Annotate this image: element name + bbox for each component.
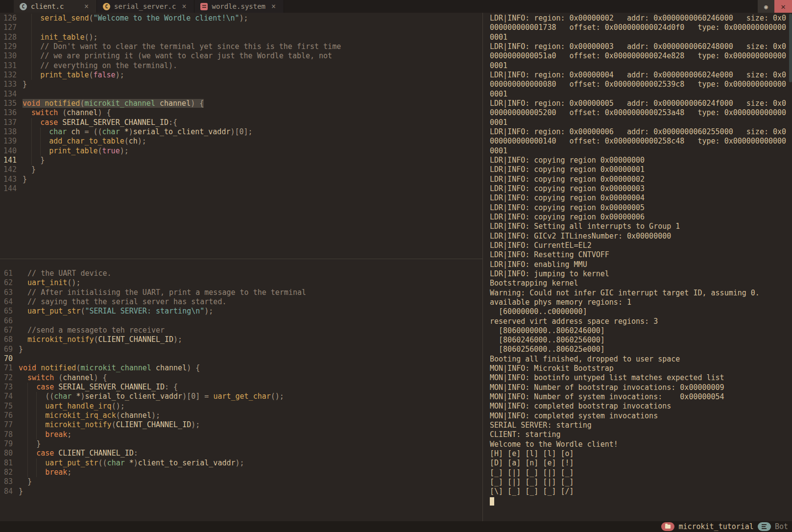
terminal-line: MON|INFO: Number of system invocations: … [490,392,792,402]
tab-close-icon[interactable]: × [82,2,91,11]
code-line[interactable]: 131 // everything on the terminal). [0,61,482,71]
terminal-cursor [490,497,494,506]
code-line[interactable]: 137 case SERIAL_SERVER_CHANNEL_ID:{ [0,118,482,127]
terminal-line: 0001 [490,146,792,156]
line-number: 68 [0,335,13,344]
terminal-line: 000000000001738 offset: 0x000000000024d0… [490,23,792,32]
tab-serial_server.c[interactable]: Cserial_server.c× [97,0,194,13]
line-number: 64 [0,297,13,307]
code-line[interactable]: 71void notified(microkit_channel channel… [0,363,482,373]
line-number: 80 [0,449,13,458]
code-line[interactable]: 65 uart_put_str("SERIAL SERVER: starting… [0,307,482,316]
line-number: 81 [0,459,13,468]
tab-client.c[interactable]: Cclient.c× [14,0,97,13]
code-line[interactable]: 80 case CLIENT_CHANNEL_ID: [0,449,482,458]
code-line[interactable]: 144 [0,184,482,193]
code-line[interactable]: 128 init_table(); [0,33,482,42]
terminal-line: [\] [_] [_] [_] [/] [490,487,792,496]
line-number: 136 [0,108,17,118]
terminal-line: LDR|INFO: copying region 0x00000003 [490,184,792,193]
line-number: 143 [0,175,17,184]
code-line[interactable]: 64 // saying that the serial server has … [0,297,482,307]
menu-lines-icon [762,524,767,529]
tab-label: serial_server.c [114,2,176,10]
code-line[interactable]: 66 [0,316,482,326]
terminal-line: LDR|INFO: region: 0x00000006 addr: 0x000… [490,127,792,137]
code-line[interactable]: 138 char ch = ((char *)serial_to_client_… [0,127,482,137]
tab-close-icon[interactable]: × [180,2,188,11]
code-line[interactable]: 69} [0,345,482,354]
line-number: 142 [0,165,17,174]
code-line[interactable]: 143} [0,175,482,184]
terminal-line: 0001 [490,61,792,71]
code-line[interactable]: 141 } [0,156,482,165]
terminal-scrollbar[interactable] [789,14,792,82]
line-number: 131 [0,61,17,71]
terminal-line: SERIAL SERVER: starting [490,421,792,430]
terminal-line: LDR|INFO: region: 0x00000004 addr: 0x000… [490,71,792,80]
code-line[interactable]: 84} [0,487,482,496]
terminal-line: Welcome to the Wordle client! [490,440,792,449]
code-line[interactable]: 134 [0,90,482,99]
code-line[interactable]: 127 [0,23,482,32]
code-line[interactable]: 74 ((char *)serial_to_client_vaddr)[0] =… [0,392,482,401]
folder-icon [665,525,671,529]
code-line[interactable]: 70 [0,354,482,363]
line-number: 129 [0,42,17,51]
line-number: 141 [0,156,17,165]
code-line[interactable]: 67 //send a messageto teh receiver [0,326,482,335]
tab-bar: Cclient.c×Cserial_server.c×wordle.system… [0,0,792,13]
close-window-button[interactable]: ✕ [774,0,792,13]
code-line[interactable]: 82 break; [0,468,482,477]
code-line[interactable]: 68 microkit_notify(CLIENT_CHANNEL_ID); [0,335,482,344]
code-line[interactable]: 78 break; [0,430,482,439]
terminal-line: [_] [|] [_] [|] [_] [490,478,792,487]
terminal-line: MON|INFO: Number of bootstrap invocation… [490,383,792,392]
line-number: 133 [0,80,17,89]
line-number: 77 [0,420,13,430]
line-number: 70 [0,354,13,363]
c-file-icon: C [20,3,27,10]
code-line[interactable]: 77 microkit_notify(CLIENT_CHANNEL_ID); [0,420,482,430]
code-line[interactable]: 126 serial_send("Welcome to the Wordle c… [0,14,482,23]
line-number: 71 [0,363,13,373]
line-number: 126 [0,14,17,23]
code-line[interactable]: 79 } [0,439,482,449]
terminal-pane[interactable]: LDR|INFO: region: 0x00000002 addr: 0x000… [483,13,792,521]
code-line[interactable]: 63 // After initialising the UART, print… [0,288,482,297]
terminal-line: [H] [e] [l] [l] [o] [490,449,792,459]
line-number: 74 [0,392,13,401]
code-line[interactable]: 136 switch (channel) { [0,108,482,118]
code-line[interactable]: 76 microkit_irq_ack(channel); [0,411,482,420]
code-line[interactable]: 61 // the UART device. [0,269,482,278]
code-line[interactable]: 139 add_char_to_table(ch); [0,137,482,146]
line-number: 137 [0,118,17,127]
code-line[interactable]: 83 } [0,477,482,486]
code-line[interactable]: 81 uart_put_str((char *)client_to_serial… [0,459,482,468]
code-line[interactable]: 73 case SERIAL_SERVER_CHANNEL_ID: { [0,383,482,392]
line-number: 130 [0,51,17,61]
code-line[interactable]: 133} [0,80,482,89]
line-number: 75 [0,402,13,411]
terminal-line: LDR|INFO: copying region 0x00000004 [490,193,792,203]
code-line[interactable]: 130 // we are printing it (we want to cl… [0,51,482,61]
code-line[interactable]: 129 // Don't want to clear the terminal … [0,42,482,51]
tab-wordle.system[interactable]: wordle.system× [194,0,284,13]
terminal-line: LDR|INFO: CurrentEL=EL2 [490,241,792,250]
code-line[interactable]: 75 uart_handle_irq(); [0,402,482,411]
terminal-line: LDR|INFO: region: 0x00000002 addr: 0x000… [490,14,792,23]
code-line[interactable]: 132 print_table(false); [0,71,482,80]
code-line[interactable]: 142 } [0,165,482,174]
code-line[interactable]: 72 switch (channel) { [0,373,482,383]
tab-close-icon[interactable]: × [269,2,278,11]
editor-pane-client[interactable]: 126 serial_send("Welcome to the Wordle c… [0,13,482,259]
code-line[interactable]: 62 uart_init(); [0,278,482,288]
terminal-line: 0000000000051a0 offset: 0x000000000024e8… [490,51,792,61]
terminal-line: Warning: Could not infer GIC interrupt t… [490,289,792,298]
code-line[interactable]: 140 print_table(true); [0,146,482,156]
main-area: 126 serial_send("Welcome to the Wordle c… [0,13,792,521]
code-line[interactable]: 135void notified(microkit_channel channe… [0,99,482,108]
preview-toggle-button[interactable]: ◉ [758,0,774,13]
editor-pane-serial-server[interactable]: 61 // the UART device.62 uart_init();63 … [0,259,482,521]
terminal-line: CLIENT: starting [490,430,792,439]
